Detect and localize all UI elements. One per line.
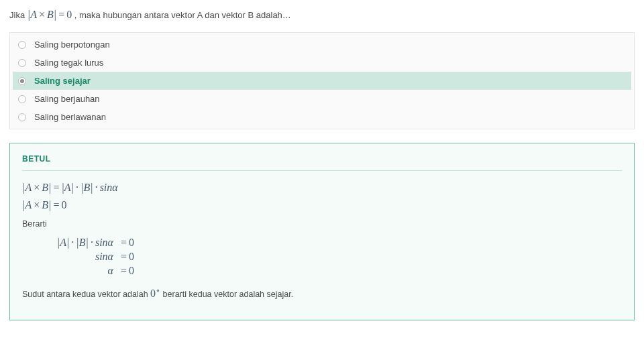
option-label: Saling berlawanan bbox=[34, 112, 106, 122]
radio-icon bbox=[18, 113, 26, 121]
feedback-box: BETUL |A×B|=|A|·|B|·sinα |A×B|=0 Berarti… bbox=[9, 143, 635, 320]
conclusion-post: berarti kedua vektor adalah sejajar. bbox=[160, 290, 293, 299]
align-row-1: sinα =0 bbox=[22, 251, 622, 263]
question-text: Jika |A×B|=0 , maka hubungan antara vekt… bbox=[9, 7, 635, 23]
feedback-conclusion: Sudut antara kedua vektor adalah 0∘ bera… bbox=[22, 286, 622, 300]
option-2[interactable]: Saling sejajar bbox=[13, 72, 631, 90]
question-math: |A×B|=0 bbox=[28, 9, 72, 20]
align-block: |A|·|B|·sinα =0 sinα =0 α =0 bbox=[22, 237, 622, 277]
conclusion-pre: Sudut antara kedua vektor adalah bbox=[22, 290, 150, 299]
option-3[interactable]: Saling berjauhan bbox=[13, 90, 631, 108]
align-row-0: |A|·|B|·sinα =0 bbox=[22, 237, 622, 249]
option-label: Saling tegak lurus bbox=[34, 58, 103, 68]
feedback-title: BETUL bbox=[22, 154, 622, 164]
question-prefix: Jika bbox=[9, 10, 28, 20]
option-4[interactable]: Saling berlawanan bbox=[13, 108, 631, 126]
radio-icon bbox=[18, 77, 26, 85]
option-0[interactable]: Saling berpotongan bbox=[13, 36, 631, 54]
radio-icon bbox=[18, 59, 26, 67]
feedback-divider bbox=[22, 170, 622, 171]
conclusion-math: 0∘ bbox=[150, 288, 160, 299]
align-row-2: α =0 bbox=[22, 265, 622, 277]
question-suffix: , maka hubungan antara vektor A dan vekt… bbox=[74, 10, 291, 20]
option-label: Saling berpotongan bbox=[34, 40, 110, 50]
feedback-text-1: Berarti bbox=[22, 219, 622, 229]
radio-icon bbox=[18, 95, 26, 103]
equation-2: |A×B|=0 bbox=[22, 199, 622, 211]
option-label: Saling sejajar bbox=[34, 76, 91, 86]
option-1[interactable]: Saling tegak lurus bbox=[13, 54, 631, 72]
option-label: Saling berjauhan bbox=[34, 94, 100, 104]
options-box: Saling berpotongan Saling tegak lurus Sa… bbox=[9, 32, 635, 129]
equation-1: |A×B|=|A|·|B|·sinα bbox=[22, 182, 622, 194]
radio-icon bbox=[18, 41, 26, 49]
